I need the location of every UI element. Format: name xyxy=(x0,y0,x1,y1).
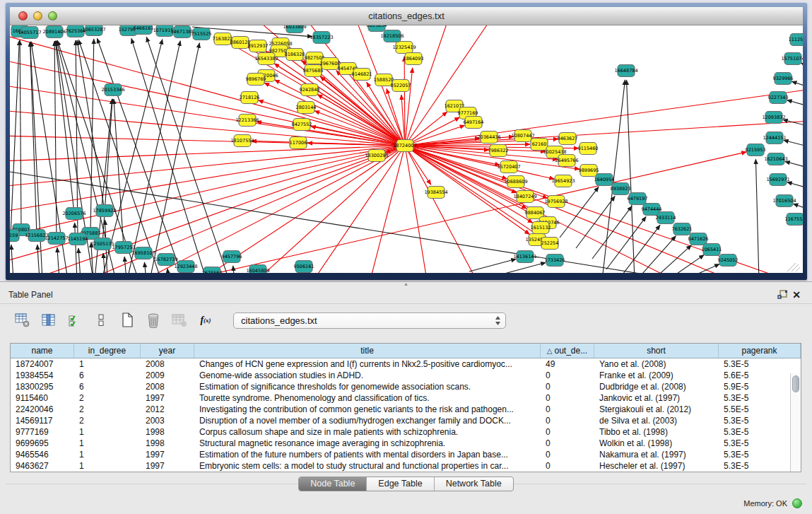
table-row[interactable]: 1938455462009Genome-wide association stu… xyxy=(11,370,801,381)
table-cell[interactable]: 9463627 xyxy=(11,460,74,472)
table-selector-dropdown[interactable]: citations_edges.txt xyxy=(233,313,506,329)
show-columns-icon[interactable] xyxy=(40,312,57,329)
network-edge[interactable] xyxy=(127,41,180,273)
table-cell[interactable]: 1997 xyxy=(141,449,194,460)
table-cell[interactable]: Corpus callosum shape and size in male p… xyxy=(194,426,541,438)
table-cell[interactable]: 2008 xyxy=(141,358,194,370)
table-cell[interactable]: 5.3E-5 xyxy=(719,415,801,426)
table-cell[interactable]: 9777169 xyxy=(11,426,74,438)
table-cell[interactable]: Investigating the contribution of common… xyxy=(194,404,541,415)
network-edge[interactable] xyxy=(103,253,105,273)
network-edge[interactable] xyxy=(102,99,112,244)
network-node[interactable]: 8813054 xyxy=(367,25,387,32)
new-file-icon[interactable] xyxy=(119,312,136,329)
table-mode-icon[interactable] xyxy=(14,312,31,329)
network-node[interactable]: 15751074 xyxy=(781,53,803,65)
table-cell[interactable]: 2 xyxy=(74,404,141,415)
table-cell[interactable]: 1 xyxy=(74,426,141,438)
network-node[interactable]: 15692971 xyxy=(766,174,789,186)
network-edge[interactable] xyxy=(10,85,405,146)
table-row[interactable]: 1456911722003Disruption of a novel membe… xyxy=(11,415,801,426)
network-edge[interactable] xyxy=(405,146,529,235)
network-edge[interactable] xyxy=(755,159,759,273)
network-node[interactable]: 8938923 xyxy=(611,183,631,195)
table-cell[interactable]: 0 xyxy=(541,449,594,460)
network-node[interactable]: 117006 xyxy=(290,137,307,149)
network-node[interactable]: 33159 xyxy=(10,230,19,242)
network-node[interactable]: 8186328 xyxy=(285,49,305,61)
network-node[interactable]: 6466161 xyxy=(134,25,154,35)
table-cell[interactable]: Stergiakouli et al. (2012) xyxy=(594,404,719,415)
table-cell[interactable]: 1997 xyxy=(141,460,194,472)
table-cell[interactable]: Jankovic et al. (1997) xyxy=(594,392,719,404)
network-node[interactable]: 16543382 xyxy=(254,53,278,65)
table-cell[interactable]: 18300295 xyxy=(11,381,74,392)
table-cell[interactable]: Franke et al. (2009) xyxy=(594,370,719,381)
network-edge[interactable] xyxy=(785,161,803,168)
network-node[interactable]: 7625564 xyxy=(202,267,223,274)
network-node[interactable]: 6497164 xyxy=(464,117,484,129)
network-edge[interactable] xyxy=(10,146,405,263)
table-cell[interactable]: 19384554 xyxy=(11,370,74,381)
network-node[interactable]: 62160 xyxy=(531,139,548,151)
table-vertical-scrollbar[interactable] xyxy=(790,373,801,472)
network-node[interactable]: 1167553 xyxy=(785,214,803,226)
network-edge[interactable] xyxy=(90,39,94,233)
network-node[interactable]: 10688609 xyxy=(504,176,527,188)
table-cell[interactable]: Structural magnetic resonance image aver… xyxy=(194,438,541,449)
table-cell[interactable]: 1 xyxy=(74,358,141,370)
table-cell[interactable]: 5.3E-5 xyxy=(719,358,801,370)
network-edge[interactable] xyxy=(10,146,405,212)
table-cell[interactable]: Hescheler et al. (1997) xyxy=(594,460,719,472)
network-edge[interactable] xyxy=(792,81,803,88)
network-edge[interactable] xyxy=(124,257,126,273)
table-cell[interactable]: 5.3E-5 xyxy=(719,449,801,460)
table-cell[interactable]: 5.3E-5 xyxy=(719,426,801,438)
network-edge[interactable] xyxy=(787,182,804,189)
table-cell[interactable]: 0 xyxy=(541,370,594,381)
network-edge[interactable] xyxy=(668,255,704,273)
network-node[interactable]: 18407249 xyxy=(513,191,536,203)
memory-status-indicator[interactable] xyxy=(792,498,802,508)
table-cell[interactable]: 6 xyxy=(74,370,141,381)
table-cell[interactable]: 0 xyxy=(541,381,594,392)
network-node[interactable]: 20364436 xyxy=(477,132,500,144)
network-node[interactable]: 17016504 xyxy=(772,195,796,207)
network-node[interactable]: 12142757 xyxy=(45,233,68,245)
table-cell[interactable]: 18724007 xyxy=(11,358,74,370)
network-edge[interactable] xyxy=(793,204,803,210)
network-node[interactable]: 8912937 xyxy=(248,40,269,52)
table-cell[interactable]: 5.5E-5 xyxy=(719,404,801,415)
network-node[interactable]: 15720407 xyxy=(497,161,520,173)
network-edge[interactable] xyxy=(801,63,804,68)
network-node[interactable]: 8471626 xyxy=(688,233,709,245)
network-edge[interactable] xyxy=(167,269,169,273)
network-node[interactable]: 9896769 xyxy=(246,74,266,86)
network-node[interactable]: 12156823 xyxy=(25,230,48,242)
table-cell[interactable]: Embryonic stem cells: a model to study s… xyxy=(194,460,541,472)
table-cell[interactable]: Changes of HCN gene expression and I(f) … xyxy=(194,358,541,370)
table-row[interactable]: 911546021997Tourette syndrome. Phenomeno… xyxy=(11,392,801,404)
network-node[interactable]: 9463627 xyxy=(558,133,578,145)
network-node[interactable]: 9227343 xyxy=(768,92,789,104)
network-node[interactable]: 16210643 xyxy=(764,153,787,165)
network-node[interactable]: 9506161 xyxy=(294,261,314,273)
network-node[interactable]: 14136141 xyxy=(513,251,536,263)
network-node[interactable]: 1065411 xyxy=(702,244,722,256)
network-edge[interactable] xyxy=(637,236,676,273)
network-edge[interactable] xyxy=(78,248,81,273)
table-cell[interactable]: Tourette syndrome. Phenomenology and cla… xyxy=(194,392,541,404)
table-cell[interactable]: 0 xyxy=(541,404,594,415)
table-cell[interactable]: 1 xyxy=(74,438,141,449)
table-cell[interactable]: Dudbridge et al. (2008) xyxy=(594,381,719,392)
table-cell[interactable]: Disruption of a novel member of a sodium… xyxy=(194,415,541,426)
network-edge[interactable] xyxy=(37,245,40,273)
table-cell[interactable]: 2012 xyxy=(141,404,194,415)
network-node[interactable]: 1112538 xyxy=(789,34,803,46)
network-node[interactable]: 18300295 xyxy=(365,150,388,162)
table-cell[interactable]: 49 xyxy=(541,358,594,370)
network-node[interactable]: 10653287 xyxy=(82,25,105,36)
network-edge[interactable] xyxy=(57,247,59,273)
table-row[interactable]: 969969511998Structural magnetic resonanc… xyxy=(11,438,801,449)
network-node[interactable]: 17859928 xyxy=(93,205,116,217)
